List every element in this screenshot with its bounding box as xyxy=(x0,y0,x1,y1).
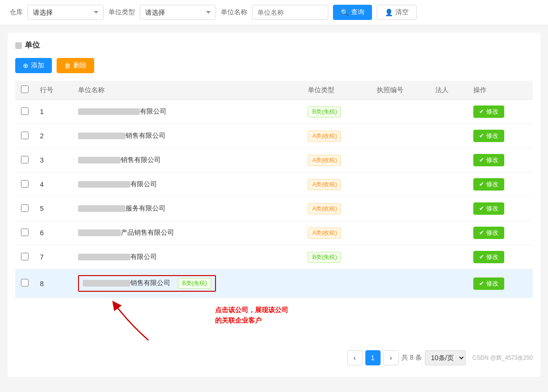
type-badge: B类(免税) xyxy=(308,106,341,117)
row-checkbox[interactable] xyxy=(21,180,29,188)
edit-button[interactable]: ✔ 修改 xyxy=(473,178,504,191)
unit-type-cell: A类(收税) xyxy=(302,221,371,245)
watermark: CSDN @辉_4573改250 xyxy=(472,354,533,362)
annotation-arrow xyxy=(101,300,167,343)
header-unit-type: 单位类型 xyxy=(302,81,371,100)
unit-type-cell: A类(收税) xyxy=(302,148,371,172)
total-info: 共 8 条 xyxy=(401,354,422,362)
edit-button[interactable]: ✔ 修改 xyxy=(473,154,504,166)
row-num: 3 xyxy=(34,148,72,172)
table-header-row: 行号 单位名称 单位类型 执照编号 法人 操作 xyxy=(15,81,533,100)
row-checkbox[interactable] xyxy=(21,156,29,163)
row-checkbox[interactable] xyxy=(21,253,29,260)
pagination: ‹ 1 › 共 8 条 10条/页 20条/页 50条/页 CSDN @辉_45… xyxy=(15,343,533,369)
row-checkbox[interactable] xyxy=(21,132,29,139)
action-cell: ✔ 修改 xyxy=(468,148,533,172)
title-icon xyxy=(15,42,22,49)
delete-icon: 🗑 xyxy=(64,62,71,69)
row-checkbox[interactable] xyxy=(21,229,29,236)
next-page-button[interactable]: › xyxy=(383,350,399,365)
unit-name-cell: 产品销售有限公司 xyxy=(72,221,302,245)
action-cell: ✔ 修改 xyxy=(468,197,533,221)
unit-type-cell: A类(收税) xyxy=(302,124,371,148)
row-num: 8 xyxy=(34,269,72,298)
page-size-select[interactable]: 10条/页 20条/页 50条/页 xyxy=(425,350,466,365)
license-cell xyxy=(371,172,430,197)
unit-name-cell: 销售有限公司 xyxy=(72,124,302,148)
table-row[interactable]: 2 销售有限公司 A类(收税) ✔ 修改 xyxy=(15,124,533,148)
type-badge: A类(收税) xyxy=(308,179,341,190)
license-cell xyxy=(371,100,430,124)
legal-person-cell xyxy=(430,245,468,269)
legal-person-cell xyxy=(430,148,468,172)
license-cell xyxy=(371,124,430,148)
action-cell: ✔ 修改 xyxy=(468,245,533,269)
unit-name-cell: 有限公司 xyxy=(72,245,302,269)
table-row[interactable]: 3 销售有限公司 A类(收税) ✔ 修改 xyxy=(15,148,533,172)
unit-type-cell: B类(免税) xyxy=(302,245,371,269)
row-checkbox[interactable] xyxy=(21,279,29,287)
blurred-name xyxy=(78,229,121,236)
header-license-num: 执照编号 xyxy=(371,81,430,100)
unit-type-cell xyxy=(302,269,371,298)
legal-person-cell xyxy=(430,100,468,124)
blurred-name xyxy=(78,133,126,139)
license-cell xyxy=(371,245,430,269)
row-num: 1 xyxy=(34,100,72,124)
edit-button[interactable]: ✔ 修改 xyxy=(473,227,504,239)
legal-person-cell xyxy=(430,197,468,221)
legal-person-cell xyxy=(430,221,468,245)
type-badge: B类(免税) xyxy=(308,252,341,263)
row-num: 4 xyxy=(34,172,72,197)
prev-page-button[interactable]: ‹ xyxy=(347,350,362,365)
page-1-button[interactable]: 1 xyxy=(365,350,381,365)
add-icon: ⊕ xyxy=(23,62,29,69)
unit-name-cell: 销售有限公司 xyxy=(72,148,302,172)
license-cell xyxy=(371,197,430,221)
row-num: 5 xyxy=(34,197,72,221)
header-unit-name: 单位名称 xyxy=(72,81,302,100)
action-bar: ⊕ 添加 🗑 删除 xyxy=(15,58,533,73)
blurred-name xyxy=(78,254,130,260)
add-button[interactable]: ⊕ 添加 xyxy=(15,58,52,73)
unit-name-input[interactable] xyxy=(252,5,328,20)
action-cell: ✔ 修改 xyxy=(468,124,533,148)
edit-button[interactable]: ✔ 修改 xyxy=(473,130,504,142)
table-row[interactable]: 6 产品销售有限公司 A类(收税) ✔ 修改 xyxy=(15,221,533,245)
license-cell xyxy=(371,221,430,245)
top-bar: 仓库 请选择 单位类型 请选择 单位名称 🔍 查询 👤 清空 xyxy=(0,0,548,25)
type-badge: B类(免税) xyxy=(178,278,211,289)
annotation-text: 点击该公司，展现该公司 的关联企业客户 xyxy=(215,305,288,326)
table-row[interactable]: 4 有限公司 A类(收税) ✔ 修改 xyxy=(15,172,533,197)
blurred-name xyxy=(78,108,140,115)
clear-button[interactable]: 👤 清空 xyxy=(377,5,417,20)
table-row[interactable]: 5 服务有限公司 A类(收税) ✔ 修改 xyxy=(15,197,533,221)
table-row-highlighted[interactable]: 8 销售有限公司 B类(免税) ✔ 修改 xyxy=(15,269,533,298)
query-button[interactable]: 🔍 查询 xyxy=(333,5,372,20)
edit-button[interactable]: ✔ 修改 xyxy=(473,202,504,215)
license-cell xyxy=(371,148,430,172)
row-checkbox[interactable] xyxy=(21,204,29,212)
warehouse-select[interactable]: 请选择 xyxy=(28,5,104,20)
type-badge: A类(收税) xyxy=(308,131,341,142)
edit-button[interactable]: ✔ 修改 xyxy=(473,277,504,290)
unit-name-cell[interactable]: 销售有限公司 B类(免税) xyxy=(72,269,302,298)
table-row[interactable]: 7 有限公司 B类(免税) ✔ 修改 xyxy=(15,245,533,269)
select-all-checkbox[interactable] xyxy=(21,86,29,93)
row-checkbox[interactable] xyxy=(21,107,29,115)
header-action: 操作 xyxy=(468,81,533,100)
unit-type-select[interactable]: 请选择 xyxy=(140,5,216,20)
unit-table: 行号 单位名称 单位类型 执照编号 法人 操作 1 有限公司 B类(免税) ✔ … xyxy=(15,81,533,298)
edit-button[interactable]: ✔ 修改 xyxy=(473,105,504,118)
unit-type-cell: A类(收税) xyxy=(302,172,371,197)
edit-button[interactable]: ✔ 修改 xyxy=(473,251,504,263)
unit-name-cell: 服务有限公司 xyxy=(72,197,302,221)
blurred-name xyxy=(78,157,121,163)
legal-person-cell xyxy=(430,269,468,298)
table-row[interactable]: 1 有限公司 B类(免税) ✔ 修改 xyxy=(15,100,533,124)
search-icon: 🔍 xyxy=(341,9,349,16)
warehouse-label: 仓库 xyxy=(10,8,23,17)
type-badge: A类(收税) xyxy=(308,155,341,166)
delete-button[interactable]: 🗑 删除 xyxy=(57,58,94,73)
blurred-name xyxy=(78,205,126,212)
